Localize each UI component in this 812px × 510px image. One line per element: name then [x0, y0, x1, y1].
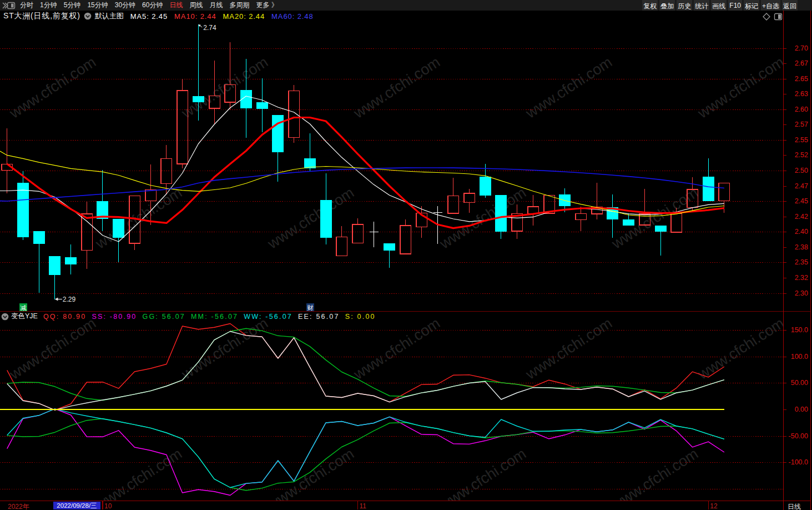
svg-text:减: 减	[21, 304, 27, 311]
candle[interactable]	[576, 207, 587, 231]
watermark: www.cfchi.com	[264, 445, 357, 510]
candle[interactable]	[352, 218, 364, 243]
candle[interactable]	[607, 194, 618, 238]
candle[interactable]	[464, 189, 475, 213]
candle[interactable]	[161, 145, 172, 194]
candle[interactable]	[384, 243, 395, 267]
candle[interactable]	[177, 79, 188, 169]
period-label: 日线	[788, 502, 801, 510]
indicator-ee-value: EE: 56.07	[298, 313, 340, 321]
indicator-line-mm	[7, 419, 724, 491]
marker-badge-reduce[interactable]: 减	[19, 303, 27, 311]
watermark: www.cfchi.com	[522, 53, 615, 122]
watermark: www.cfchi.com	[608, 445, 701, 510]
candle[interactable]	[480, 164, 491, 197]
svg-text:财: 财	[307, 304, 314, 311]
price-axis-label: 2.63	[795, 90, 808, 98]
indicator-name[interactable]: 变色YJE	[11, 312, 38, 321]
indicator-s-value: S: 0.00	[345, 313, 376, 321]
ma-line-ma20	[0, 151, 724, 216]
price-axis-label: 2.50	[795, 167, 808, 174]
indicator-axis-label: 100.0	[791, 353, 808, 361]
candle[interactable]	[304, 133, 316, 172]
watermark: www.cfchi.com	[6, 314, 99, 383]
indicator-axis-label: -100.0	[789, 458, 808, 466]
indicator-dropdown-icon[interactable]	[1, 313, 9, 321]
watermark: www.cfchi.com	[92, 445, 185, 510]
watermark: www.cfchi.com	[350, 53, 443, 122]
watermark-layer: www.cfchi.comwww.cfchi.comwww.cfchi.comw…	[6, 53, 787, 510]
chart-canvas[interactable]: www.cfchi.comwww.cfchi.comwww.cfchi.comw…	[0, 0, 812, 510]
indicator-ww-value: WW: -56.07	[244, 313, 292, 321]
price-axis-label: 2.40	[795, 228, 808, 236]
high-price-annotation: 2.74	[203, 24, 216, 32]
price-axis-label: 2.35	[795, 258, 808, 266]
price-axis-label: 2.60	[795, 106, 808, 113]
ma-line-ma60	[0, 168, 724, 201]
price-axis-label: 2.57	[795, 121, 808, 128]
candle[interactable]	[336, 226, 347, 256]
candle[interactable]	[97, 170, 108, 231]
price-axis-label: 2.70	[795, 44, 808, 52]
indicator-qq-value: QQ: 80.90	[43, 313, 86, 321]
watermark: www.cfchi.com	[264, 184, 357, 252]
candle[interactable]	[289, 85, 300, 143]
candle[interactable]	[655, 226, 667, 256]
candle[interactable]	[256, 78, 268, 132]
indicator-axis-label: -50.00	[789, 432, 808, 440]
price-axis-label: 2.38	[795, 243, 808, 251]
watermark: www.cfchi.com	[694, 53, 787, 122]
month-label-nov: 11	[359, 502, 366, 510]
candle[interactable]	[49, 256, 60, 299]
candle[interactable]	[33, 231, 45, 293]
price-axis-label: 2.65	[795, 75, 808, 83]
annotation-arrowhead	[55, 298, 58, 301]
candle[interactable]	[528, 195, 539, 226]
month-label-dec: 12	[710, 502, 717, 510]
candle[interactable]	[2, 128, 13, 193]
date-axis-bar: 2022年 2022/09/28/三 10 11 12 日线	[0, 501, 812, 510]
candle[interactable]	[370, 222, 379, 247]
watermark: www.cfchi.com	[436, 445, 529, 510]
year-label: 2022年	[8, 502, 29, 510]
indicator-line-ww	[7, 409, 724, 488]
indicator-legend: 变色YJE QQ: 80.90 SS: -80.90 GG: 56.07 MM:…	[0, 312, 783, 321]
month-label-oct: 10	[104, 502, 112, 510]
indicator-ss-value: SS: -80.90	[92, 313, 137, 321]
price-axis-label: 2.55	[795, 136, 808, 144]
price-axis-label: 2.47	[795, 182, 808, 190]
indicator-axis-label: 50.00	[791, 379, 808, 387]
price-axis-label: 2.42	[795, 213, 808, 221]
candle[interactable]	[703, 158, 714, 201]
watermark: www.cfchi.com	[6, 53, 99, 122]
candle[interactable]	[400, 219, 411, 254]
price-axis-label: 2.30	[795, 289, 808, 297]
price-axis-label: 2.67	[795, 59, 808, 67]
indicator-line-ss	[7, 409, 724, 496]
candle[interactable]	[592, 183, 603, 219]
candle[interactable]	[17, 171, 29, 240]
candle[interactable]	[82, 202, 93, 268]
indicator-mm-value: MM: -56.07	[191, 313, 238, 321]
candle[interactable]	[65, 244, 77, 274]
marker-badge-finance[interactable]: 财	[306, 303, 314, 311]
watermark: www.cfchi.com	[350, 314, 443, 383]
indicator-axis-label: 0.00	[795, 406, 808, 413]
date-box[interactable]: 2022/09/28/三	[53, 502, 100, 509]
candle[interactable]	[320, 173, 332, 244]
watermark: www.cfchi.com	[694, 314, 787, 383]
stock-chart-app: 分时 1分钟 5分钟 15分钟 30分钟 60分钟 日线 周线 月线 多周期 更…	[0, 0, 812, 510]
price-axis-label: 2.45	[795, 197, 808, 205]
indicator-axis-label: 150.0	[791, 326, 808, 334]
price-axis-label: 2.32	[795, 274, 808, 282]
candle[interactable]	[448, 178, 459, 213]
watermark: www.cfchi.com	[522, 314, 615, 383]
candle[interactable]	[512, 204, 523, 239]
low-price-annotation: 2.29	[63, 296, 76, 303]
indicator-gg-value: GG: 56.07	[143, 313, 185, 321]
price-axis-label: 2.52	[795, 151, 808, 159]
